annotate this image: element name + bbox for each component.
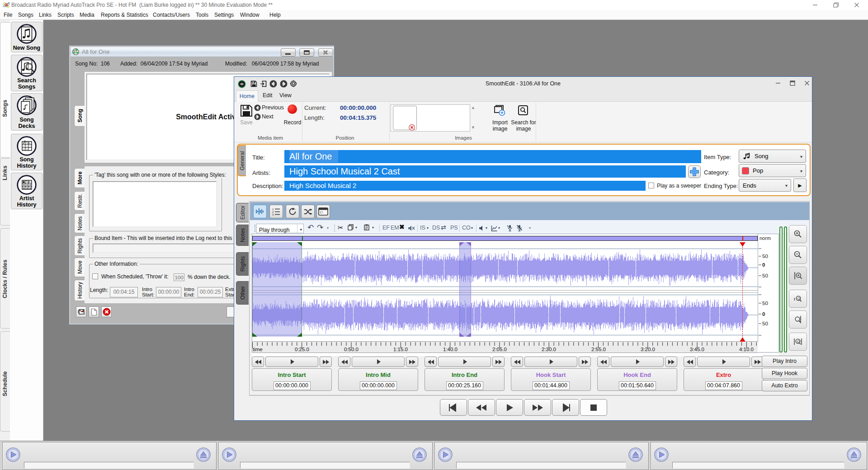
svg-text:I: I: [794, 297, 795, 301]
svg-text:Q: Q: [797, 296, 800, 301]
svg-text:Tues: Tues: [26, 142, 31, 144]
svg-text:Q: Q: [797, 339, 800, 343]
svg-text:c:\: c:\: [320, 211, 323, 214]
svg-text:3: 3: [272, 213, 274, 216]
svg-text:Tues: Tues: [26, 181, 31, 183]
